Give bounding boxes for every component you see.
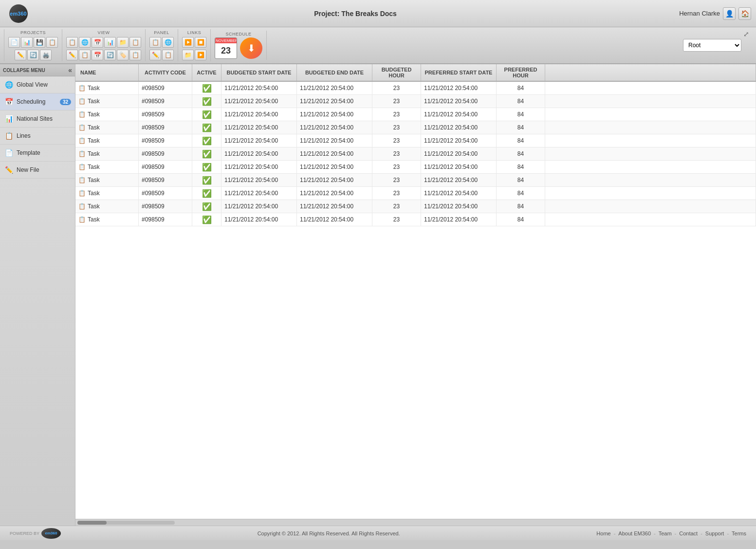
footer-logo-icon: em360 — [41, 528, 61, 539]
view-btn-2[interactable]: 🌐 — [79, 37, 91, 48]
collapse-arrows-button[interactable]: « — [68, 66, 72, 74]
cell-name-text: Task — [88, 190, 100, 197]
table-row[interactable]: 📋 Task #098509 ✅ 11/21/2012 20:54:00 11/… — [75, 174, 756, 187]
cell-name: 📋 Task — [75, 174, 139, 186]
cell-phour: 84 — [497, 213, 545, 226]
table-row[interactable]: 📋 Task #098509 ✅ 11/21/2012 20:54:00 11/… — [75, 134, 756, 147]
project-chart-button[interactable]: 📊 — [21, 37, 33, 48]
sidebar-item-lines[interactable]: 📋 Lines — [0, 128, 75, 145]
links-play-button[interactable]: ▶️ — [182, 37, 194, 48]
footer-link-team[interactable]: Team — [659, 531, 672, 536]
toolbar-links-row1: ▶️ ⏹️ — [182, 37, 206, 48]
scrollbar-thumb[interactable] — [77, 521, 107, 525]
table-row[interactable]: 📋 Task #098509 ✅ 11/21/2012 20:54:00 11/… — [75, 147, 756, 161]
calendar-button[interactable]: NOVEMBER 23 — [215, 37, 237, 59]
root-dropdown[interactable]: Root Node 1 Node 2 — [683, 39, 741, 52]
toolbar-panel-row1: 📋 🌐 — [149, 37, 174, 48]
panel-btn-3[interactable]: ✏️ — [149, 50, 161, 60]
view-btn-11[interactable]: 🏷️ — [117, 50, 129, 60]
cell-bend: 11/21/2012 20:54:00 — [297, 174, 372, 186]
project-new-button[interactable]: 📄 — [8, 37, 20, 48]
cell-name-text: Task — [88, 137, 100, 144]
panel-btn-4[interactable]: 📋 — [162, 50, 174, 60]
footer-copyright: Copyright © 2012. All Rights Reserved. A… — [258, 531, 400, 536]
footer-link-about[interactable]: About EM360 — [618, 531, 651, 536]
horizontal-scrollbar[interactable] — [75, 519, 756, 526]
cell-bstart: 11/21/2012 20:54:00 — [221, 161, 297, 173]
view-btn-9[interactable]: 📅 — [92, 50, 103, 60]
view-btn-6[interactable]: 📋 — [129, 37, 141, 48]
cell-name: 📋 Task — [75, 187, 139, 200]
project-save-button[interactable]: 💾 — [34, 37, 45, 48]
cell-bhour: 23 — [372, 200, 421, 213]
view-btn-8[interactable]: 📋 — [79, 50, 91, 60]
links-stop-button[interactable]: ⏹️ — [195, 37, 206, 48]
table-row[interactable]: 📋 Task #098509 ✅ 11/21/2012 20:54:00 11/… — [75, 95, 756, 108]
sidebar-item-new-file[interactable]: ✏️ New File — [0, 162, 75, 179]
cell-bhour: 23 — [372, 121, 421, 134]
schedule-download-button[interactable]: ⬇ — [240, 37, 262, 59]
footer-link-contact[interactable]: Contact — [679, 531, 698, 536]
col-header-name: NAME — [75, 64, 139, 81]
toolbar-links: LINKS ▶️ ⏹️ 📁 ▶️ — [178, 29, 211, 61]
cell-phour: 84 — [497, 95, 545, 108]
footer-link-support[interactable]: Support — [705, 531, 724, 536]
sidebar-item-scheduling[interactable]: 📅 Scheduling 32 — [0, 93, 75, 110]
sidebar-item-national-sites[interactable]: 📊 National Sites — [0, 110, 75, 128]
user-profile-button[interactable]: 👤 — [723, 7, 736, 20]
project-refresh-button[interactable]: 🔄 — [27, 50, 39, 60]
cell-name-text: Task — [88, 216, 100, 223]
table-row[interactable]: 📋 Task #098509 ✅ 11/21/2012 20:54:00 11/… — [75, 200, 756, 213]
cell-name: 📋 Task — [75, 147, 139, 160]
project-print-button[interactable]: 🖨️ — [40, 50, 52, 60]
view-btn-4[interactable]: 📊 — [104, 37, 116, 48]
task-icon: 📋 — [78, 177, 86, 183]
task-icon: 📋 — [78, 137, 86, 144]
view-btn-3[interactable]: 📅 — [92, 37, 103, 48]
cell-bend: 11/21/2012 20:54:00 — [297, 95, 372, 108]
sidebar-item-global-view[interactable]: 🌐 Global View — [0, 76, 75, 93]
home-button[interactable]: 🏠 — [738, 7, 751, 20]
expand-button[interactable]: ⤢ — [743, 30, 753, 40]
cell-pstart: 11/21/2012 20:54:00 — [421, 200, 497, 213]
cell-bstart: 11/21/2012 20:54:00 — [221, 82, 297, 94]
view-btn-5[interactable]: 📁 — [117, 37, 129, 48]
table-row[interactable]: 📋 Task #098509 ✅ 11/21/2012 20:54:00 11/… — [75, 82, 756, 95]
footer-link-terms[interactable]: Terms — [732, 531, 746, 536]
links-play2-button[interactable]: ▶️ — [195, 50, 206, 60]
view-btn-7[interactable]: ✏️ — [66, 50, 78, 60]
links-folder-button[interactable]: 📁 — [182, 50, 194, 60]
sidebar-item-template[interactable]: 📄 Template — [0, 145, 75, 162]
cell-name-text: Task — [88, 85, 100, 92]
sidebar: COLLAPSE MENU « 🌐 Global View 📅 Scheduli… — [0, 64, 75, 526]
view-btn-10[interactable]: 🔄 — [104, 50, 116, 60]
panel-btn-2[interactable]: 🌐 — [162, 37, 174, 48]
col-header-extra — [545, 64, 756, 81]
cell-bhour: 23 — [372, 95, 421, 108]
cell-phour: 84 — [497, 200, 545, 213]
task-icon: 📋 — [78, 111, 86, 118]
table-row[interactable]: 📋 Task #098509 ✅ 11/21/2012 20:54:00 11/… — [75, 121, 756, 134]
toolbar-schedule: SCHEDULE NOVEMBER 23 ⬇ — [211, 31, 267, 60]
cell-phour: 84 — [497, 161, 545, 173]
view-btn-12[interactable]: 📋 — [129, 50, 141, 60]
footer-link-home[interactable]: Home — [596, 531, 610, 536]
project-edit-button[interactable]: ✏️ — [15, 50, 26, 60]
cell-active: ✅ — [192, 134, 221, 147]
cell-pstart: 11/21/2012 20:54:00 — [421, 82, 497, 94]
cell-code: #098509 — [139, 147, 192, 160]
table-row[interactable]: 📋 Task #098509 ✅ 11/21/2012 20:54:00 11/… — [75, 161, 756, 174]
cell-extra — [545, 161, 756, 173]
table-row[interactable]: 📋 Task #098509 ✅ 11/21/2012 20:54:00 11/… — [75, 108, 756, 121]
cell-bstart: 11/21/2012 20:54:00 — [221, 108, 297, 121]
collapse-menu-label: COLLAPSE MENU — [3, 68, 45, 73]
project-copy-button[interactable]: 📋 — [46, 37, 58, 48]
table-row[interactable]: 📋 Task #098509 ✅ 11/21/2012 20:54:00 11/… — [75, 187, 756, 200]
cell-extra — [545, 82, 756, 94]
cell-bhour: 23 — [372, 161, 421, 173]
table-row[interactable]: 📋 Task #098509 ✅ 11/21/2012 20:54:00 11/… — [75, 213, 756, 226]
cell-bend: 11/21/2012 20:54:00 — [297, 108, 372, 121]
view-btn-1[interactable]: 📋 — [66, 37, 78, 48]
panel-btn-1[interactable]: 📋 — [149, 37, 161, 48]
cell-name-text: Task — [88, 98, 100, 105]
